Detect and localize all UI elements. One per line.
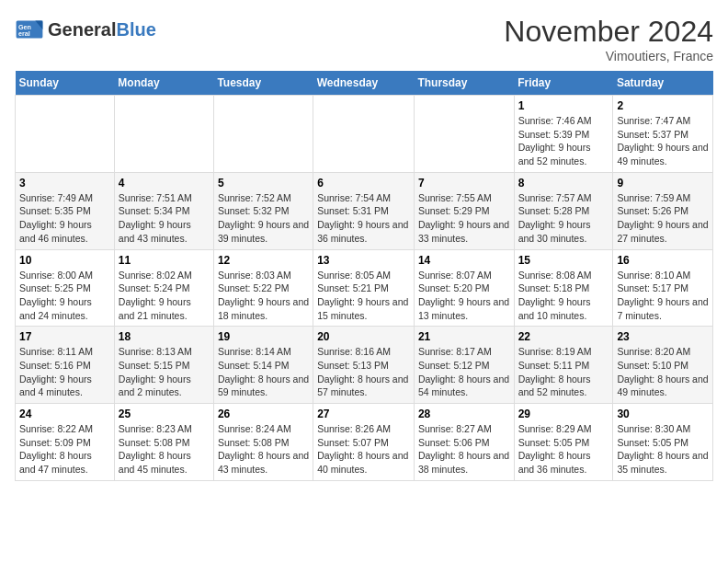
day-number: 9 — [617, 177, 709, 190]
day-number: 1 — [518, 99, 609, 112]
day-info: Sunrise: 7:49 AM Sunset: 5:35 PM Dayligh… — [19, 191, 110, 246]
day-info: Sunrise: 8:00 AM Sunset: 5:25 PM Dayligh… — [19, 269, 110, 323]
day-info: Sunrise: 8:26 AM Sunset: 5:07 PM Dayligh… — [317, 422, 410, 477]
day-info: Sunrise: 8:29 AM Sunset: 5:05 PM Dayligh… — [518, 422, 609, 477]
day-info: Sunrise: 8:27 AM Sunset: 5:06 PM Dayligh… — [418, 422, 510, 477]
day-info: Sunrise: 8:22 AM Sunset: 5:09 PM Dayligh… — [19, 422, 110, 477]
calendar-cell: 26Sunrise: 8:24 AM Sunset: 5:08 PM Dayli… — [213, 404, 313, 481]
calendar-header-row: SundayMondayTuesdayWednesdayThursdayFrid… — [16, 71, 713, 96]
calendar-cell: 28Sunrise: 8:27 AM Sunset: 5:06 PM Dayli… — [414, 404, 514, 481]
day-number: 26 — [218, 408, 309, 420]
calendar-cell — [16, 96, 115, 173]
day-number: 28 — [418, 408, 510, 420]
calendar-cell: 9Sunrise: 7:59 AM Sunset: 5:26 PM Daylig… — [613, 172, 713, 249]
day-info: Sunrise: 8:14 AM Sunset: 5:14 PM Dayligh… — [218, 345, 309, 399]
day-number: 25 — [119, 408, 210, 420]
day-number: 12 — [218, 254, 309, 267]
day-header-thursday: Thursday — [414, 71, 514, 96]
day-info: Sunrise: 8:07 AM Sunset: 5:20 PM Dayligh… — [418, 269, 510, 323]
month-title: November 2024 — [504, 15, 713, 49]
day-info: Sunrise: 8:02 AM Sunset: 5:24 PM Dayligh… — [119, 269, 210, 323]
day-info: Sunrise: 8:03 AM Sunset: 5:22 PM Dayligh… — [218, 269, 309, 323]
calendar-cell: 16Sunrise: 8:10 AM Sunset: 5:17 PM Dayli… — [613, 249, 713, 327]
calendar-cell — [414, 96, 514, 173]
day-number: 24 — [19, 408, 110, 420]
logo-icon: Gen eral — [15, 15, 44, 44]
day-header-saturday: Saturday — [613, 71, 713, 96]
calendar-cell: 18Sunrise: 8:13 AM Sunset: 5:15 PM Dayli… — [114, 327, 213, 404]
calendar-cell: 17Sunrise: 8:11 AM Sunset: 5:16 PM Dayli… — [16, 327, 115, 404]
day-info: Sunrise: 8:16 AM Sunset: 5:13 PM Dayligh… — [317, 345, 410, 399]
calendar-cell: 25Sunrise: 8:23 AM Sunset: 5:08 PM Dayli… — [114, 404, 213, 481]
day-info: Sunrise: 8:13 AM Sunset: 5:15 PM Dayligh… — [119, 345, 210, 399]
calendar-cell: 15Sunrise: 8:08 AM Sunset: 5:18 PM Dayli… — [514, 249, 613, 327]
calendar-cell — [213, 96, 313, 173]
location: Vimoutiers, France — [504, 49, 713, 63]
day-header-sunday: Sunday — [16, 71, 115, 96]
day-info: Sunrise: 8:05 AM Sunset: 5:21 PM Dayligh… — [317, 269, 410, 323]
calendar-cell: 8Sunrise: 7:57 AM Sunset: 5:28 PM Daylig… — [514, 172, 613, 249]
day-number: 13 — [317, 254, 410, 267]
day-info: Sunrise: 7:46 AM Sunset: 5:39 PM Dayligh… — [518, 114, 609, 168]
day-number: 29 — [518, 408, 609, 420]
day-number: 22 — [518, 330, 609, 343]
day-number: 5 — [218, 177, 309, 190]
day-number: 14 — [418, 254, 510, 267]
day-info: Sunrise: 7:57 AM Sunset: 5:28 PM Dayligh… — [518, 191, 609, 246]
day-number: 4 — [119, 177, 210, 190]
day-number: 8 — [518, 177, 609, 190]
page-header: Gen eral GeneralBlue November 2024 Vimou… — [15, 15, 713, 63]
calendar-cell: 1Sunrise: 7:46 AM Sunset: 5:39 PM Daylig… — [514, 96, 613, 173]
calendar-cell: 2Sunrise: 7:47 AM Sunset: 5:37 PM Daylig… — [613, 96, 713, 173]
day-number: 17 — [19, 330, 110, 343]
title-block: November 2024 Vimoutiers, France — [504, 15, 713, 63]
day-info: Sunrise: 8:17 AM Sunset: 5:12 PM Dayligh… — [418, 345, 510, 399]
calendar-week-1: 1Sunrise: 7:46 AM Sunset: 5:39 PM Daylig… — [16, 96, 713, 173]
logo-general-text: General — [48, 19, 116, 40]
day-number: 27 — [317, 408, 410, 420]
day-number: 30 — [617, 408, 709, 420]
day-info: Sunrise: 8:19 AM Sunset: 5:11 PM Dayligh… — [518, 345, 609, 399]
calendar-week-2: 3Sunrise: 7:49 AM Sunset: 5:35 PM Daylig… — [16, 172, 713, 249]
day-header-tuesday: Tuesday — [213, 71, 313, 96]
calendar-cell: 24Sunrise: 8:22 AM Sunset: 5:09 PM Dayli… — [16, 404, 115, 481]
calendar-table: SundayMondayTuesdayWednesdayThursdayFrid… — [15, 71, 713, 481]
calendar-cell: 20Sunrise: 8:16 AM Sunset: 5:13 PM Dayli… — [313, 327, 415, 404]
day-number: 21 — [418, 330, 510, 343]
calendar-cell: 5Sunrise: 7:52 AM Sunset: 5:32 PM Daylig… — [213, 172, 313, 249]
calendar-cell: 11Sunrise: 8:02 AM Sunset: 5:24 PM Dayli… — [114, 249, 213, 327]
svg-text:eral: eral — [18, 29, 30, 38]
calendar-cell: 22Sunrise: 8:19 AM Sunset: 5:11 PM Dayli… — [514, 327, 613, 404]
day-info: Sunrise: 7:54 AM Sunset: 5:31 PM Dayligh… — [317, 191, 410, 246]
calendar-cell: 13Sunrise: 8:05 AM Sunset: 5:21 PM Dayli… — [313, 249, 415, 327]
calendar-cell — [114, 96, 213, 173]
logo-blue-text: Blue — [116, 19, 155, 40]
calendar-cell: 19Sunrise: 8:14 AM Sunset: 5:14 PM Dayli… — [213, 327, 313, 404]
calendar-cell: 6Sunrise: 7:54 AM Sunset: 5:31 PM Daylig… — [313, 172, 415, 249]
day-number: 10 — [19, 254, 110, 267]
day-header-monday: Monday — [114, 71, 213, 96]
day-info: Sunrise: 8:23 AM Sunset: 5:08 PM Dayligh… — [119, 422, 210, 477]
day-number: 11 — [119, 254, 210, 267]
calendar-cell: 30Sunrise: 8:30 AM Sunset: 5:05 PM Dayli… — [613, 404, 713, 481]
day-number: 16 — [617, 254, 709, 267]
logo: Gen eral GeneralBlue — [15, 15, 156, 44]
day-number: 2 — [617, 99, 709, 112]
day-number: 6 — [317, 177, 410, 190]
day-number: 19 — [218, 330, 309, 343]
calendar-cell: 27Sunrise: 8:26 AM Sunset: 5:07 PM Dayli… — [313, 404, 415, 481]
calendar-cell: 29Sunrise: 8:29 AM Sunset: 5:05 PM Dayli… — [514, 404, 613, 481]
day-info: Sunrise: 7:47 AM Sunset: 5:37 PM Dayligh… — [617, 114, 709, 168]
calendar-week-4: 17Sunrise: 8:11 AM Sunset: 5:16 PM Dayli… — [16, 327, 713, 404]
calendar-cell: 14Sunrise: 8:07 AM Sunset: 5:20 PM Dayli… — [414, 249, 514, 327]
day-info: Sunrise: 8:20 AM Sunset: 5:10 PM Dayligh… — [617, 345, 709, 399]
day-info: Sunrise: 8:11 AM Sunset: 5:16 PM Dayligh… — [19, 345, 110, 399]
calendar-cell: 4Sunrise: 7:51 AM Sunset: 5:34 PM Daylig… — [114, 172, 213, 249]
day-info: Sunrise: 7:59 AM Sunset: 5:26 PM Dayligh… — [617, 191, 709, 246]
calendar-cell — [313, 96, 415, 173]
day-info: Sunrise: 8:30 AM Sunset: 5:05 PM Dayligh… — [617, 422, 709, 477]
day-number: 7 — [418, 177, 510, 190]
day-info: Sunrise: 8:10 AM Sunset: 5:17 PM Dayligh… — [617, 269, 709, 323]
day-number: 15 — [518, 254, 609, 267]
calendar-cell: 23Sunrise: 8:20 AM Sunset: 5:10 PM Dayli… — [613, 327, 713, 404]
